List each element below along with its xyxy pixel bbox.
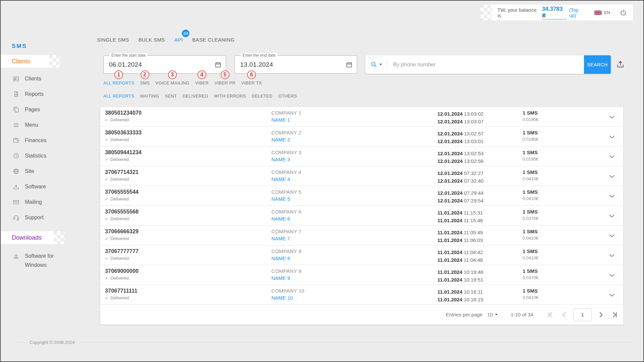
page-number-input[interactable]	[574, 308, 592, 321]
sms-price: 0.0410€	[523, 176, 538, 181]
sidebar-item-finances[interactable]: Finances	[1, 133, 83, 148]
status-filter-label: OTHERS	[278, 94, 297, 99]
sidebar-item-software[interactable]: Software	[1, 179, 83, 194]
app-window: TW, your balance is 34.3783 ₴ (Top up) E…	[0, 0, 644, 362]
report-type-filter[interactable]: 2 SMS	[140, 80, 150, 85]
delivery-status-label: Delivered	[110, 137, 129, 142]
sidebar-section-clients[interactable]: Clients	[1, 55, 49, 68]
start-date-field[interactable]: Enter the start date 06.01.2024	[103, 55, 226, 74]
sidebar-item-reports[interactable]: Reports	[1, 86, 83, 102]
timestamps-cell: 11.01.2024 10:16:11 11.01.2024 10:16:15	[437, 288, 483, 303]
delivered-time: 07:32:40	[464, 178, 483, 184]
sidebar-item-mailing[interactable]: Mailing	[1, 194, 83, 210]
expand-row-button[interactable]	[609, 134, 614, 140]
client-name-link[interactable]: NAME 8	[271, 255, 302, 261]
calendar-icon[interactable]	[345, 61, 353, 68]
status-filter-label: ALL REPORTS	[103, 94, 134, 99]
phone-number: 37067711111	[105, 288, 138, 294]
sidebar-item-software-for-windows[interactable]: Software for Windows	[1, 251, 83, 269]
count-cell: 1 SMS 0.0195€	[523, 110, 538, 122]
checker-decoration-clients	[49, 55, 60, 68]
search-type-dropdown[interactable]	[365, 55, 387, 74]
client-cell: COMPANY 6 NAME 6	[271, 209, 302, 222]
phone-number: 380501234070	[105, 110, 142, 116]
status-filter[interactable]: DELIVERED	[182, 94, 208, 99]
end-date-label: Enter the end date	[241, 53, 277, 58]
sidebar-section-downloads[interactable]: Downloads	[1, 231, 54, 244]
delivered-timestamp: 11.01.2024 11:15:46	[437, 217, 483, 224]
expand-row-button[interactable]	[609, 213, 614, 219]
start-date-value: 06.01.2024	[109, 61, 142, 68]
expand-row-button[interactable]	[609, 253, 614, 259]
first-page-button[interactable]	[547, 311, 554, 318]
client-name-link[interactable]: NAME 5	[271, 196, 302, 202]
expand-row-button[interactable]	[609, 233, 614, 239]
expand-row-button[interactable]	[609, 292, 614, 298]
entries-per-page-select[interactable]: 10	[487, 312, 498, 317]
sidebar-item-pages[interactable]: Pages	[1, 102, 83, 117]
report-type-filter[interactable]: 3 VOICE MAILING	[155, 80, 189, 85]
pagination-range: 1-10 of 34	[511, 312, 533, 317]
search-input[interactable]	[387, 62, 584, 68]
expand-row-button[interactable]	[609, 174, 614, 180]
search-button[interactable]: SEARCH	[584, 55, 611, 74]
client-name-link[interactable]: NAME 1	[271, 117, 302, 123]
previous-page-button[interactable]	[561, 311, 568, 318]
delivered-time: 13:02:56	[464, 158, 483, 164]
sms-price: 0.0410€	[523, 236, 538, 241]
count-cell: 1 SMS 0.0410€	[523, 288, 538, 300]
table-row: 37067714321 ✓Delivered COMPANY 4 NAME 4 …	[100, 166, 623, 186]
phone-cell: 380503633333 ✓Delivered	[105, 130, 142, 142]
sidebar-item-site[interactable]: Site	[1, 164, 83, 179]
sidebar-item-clients[interactable]: Clients	[1, 71, 83, 86]
report-type-filter[interactable]: 6 VIBER TX	[241, 80, 262, 85]
delivered-date: 12.01.2024	[437, 138, 463, 144]
sms-price: 0.0410€	[523, 196, 538, 201]
expand-row-button[interactable]	[609, 114, 614, 120]
report-type-filter[interactable]: 4 VIBER	[195, 80, 209, 85]
export-button[interactable]	[616, 60, 625, 69]
client-name-link[interactable]: NAME 4	[271, 176, 302, 182]
company-name: COMPANY 2	[271, 130, 302, 135]
client-name-link[interactable]: NAME 3	[271, 157, 302, 162]
table-row: 380509441234 ✓Delivered COMPANY 3 NAME 3…	[100, 146, 623, 166]
client-name-link[interactable]: NAME 10	[271, 295, 304, 301]
next-page-button[interactable]	[597, 311, 604, 318]
expand-row-button[interactable]	[609, 154, 614, 160]
sidebar-item-statistics[interactable]: Statistics	[1, 148, 83, 164]
status-filter[interactable]: ALL REPORTS	[103, 94, 134, 99]
client-name-link[interactable]: NAME 7	[271, 236, 302, 241]
calendar-icon[interactable]	[214, 61, 222, 68]
sidebar: SMS Clients Clients Reports	[1, 1, 83, 361]
status-filter[interactable]: WITH ERRORS	[214, 94, 246, 99]
status-filter[interactable]: WAITING	[140, 94, 159, 99]
delivered-timestamp: 11.01.2024 11:06:03	[437, 236, 483, 244]
sidebar-item-menu[interactable]: Menu	[1, 117, 83, 133]
client-name-link[interactable]: NAME 6	[271, 216, 302, 222]
sidebar-section-sms[interactable]: SMS	[12, 43, 83, 50]
sent-date: 12.01.2024	[437, 190, 463, 196]
client-name-link[interactable]: NAME 9	[271, 275, 302, 281]
sidebar-item-support[interactable]: Support	[1, 210, 83, 225]
sms-count: 1 SMS	[523, 229, 538, 234]
report-type-filter[interactable]: 1 ALL REPORTS	[103, 80, 134, 85]
client-name-link[interactable]: NAME 2	[271, 137, 302, 142]
delivery-status-label: Delivered	[110, 177, 129, 182]
sent-timestamp: 12.01.2024 13:02:57	[437, 130, 484, 137]
status-filter[interactable]: SENT	[165, 94, 177, 99]
expand-row-button[interactable]	[609, 273, 614, 279]
report-type-label: VOICE MAILING	[155, 80, 189, 85]
client-cell: COMPANY 7 NAME 7	[271, 229, 302, 241]
delivered-check-icon: ✓	[105, 296, 108, 300]
client-cell: COMPANY 9 NAME 9	[271, 268, 302, 281]
status-filter[interactable]: OTHERS	[278, 94, 297, 99]
sent-timestamp: 11.01.2024 10:16:11	[437, 288, 483, 296]
status-filter[interactable]: DELETED	[252, 94, 272, 99]
last-page-button[interactable]	[611, 311, 619, 318]
sent-time: 11:15:31	[464, 210, 483, 216]
timestamps-cell: 12.01.2024 07:32:27 12.01.2024 07:32:40	[437, 169, 484, 185]
phone-number: 380509441234	[105, 149, 142, 156]
software-icon	[13, 183, 19, 190]
expand-row-button[interactable]	[609, 193, 614, 199]
report-type-filter[interactable]: 5 VIBER PR	[214, 80, 235, 85]
